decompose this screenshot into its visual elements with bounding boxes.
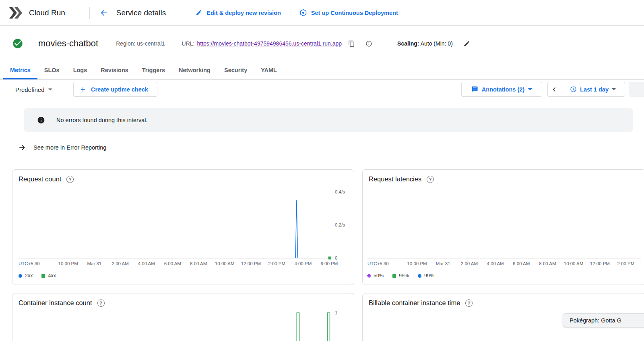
banner-message: No errors found during this interval. <box>56 117 147 123</box>
error-reporting-label: See more in Error Reporting <box>33 144 106 151</box>
tab-metrics[interactable]: Metrics <box>3 61 37 79</box>
url-label: URL: <box>182 40 195 47</box>
x-tick-label: 6:00 PM <box>320 261 338 266</box>
annotations-icon <box>471 86 478 93</box>
info-filled-icon <box>37 116 45 124</box>
error-reporting-link[interactable]: See more in Error Reporting <box>18 142 106 153</box>
x-tick-label: 12:00 PM <box>590 261 610 266</box>
edit-deploy-label: Edit & deploy new revision <box>206 10 281 16</box>
service-url-group: URL: https://movies-chatbot-497594986456… <box>182 40 342 47</box>
toolbar-overflow-button[interactable] <box>629 82 644 97</box>
chevron-left-icon <box>550 85 559 94</box>
deploy-icon <box>299 9 307 17</box>
chart-title: Billable container instance time <box>369 299 460 307</box>
setup-continuous-deployment-button[interactable]: Set up Continuous Deployment <box>299 9 398 17</box>
metrics-toolbar: Predefined Create uptime check Annotatio… <box>0 80 644 99</box>
tab-networking[interactable]: Networking <box>172 61 217 79</box>
legend-item-99: 99% <box>418 273 434 279</box>
service-name: movies-chatbot <box>38 38 98 49</box>
tab-revisions[interactable]: Revisions <box>94 61 135 79</box>
arrow-right-icon <box>18 143 26 152</box>
x-tick-label: 2:00 PM <box>617 261 634 266</box>
help-icon[interactable]: ? <box>465 299 473 307</box>
legend-swatch <box>418 274 421 278</box>
x-tick-label: 12:00 PM <box>241 261 261 266</box>
x-tick-label: 6:00 AM <box>513 261 530 266</box>
y-tick-label: 1 <box>335 310 337 315</box>
service-region: Region: us-central1 <box>116 40 165 47</box>
x-tick-label: Mar 31 <box>436 261 450 266</box>
service-header: movies-chatbot Region: us-central1 URL: … <box>0 26 644 61</box>
chart-title: Container instance count <box>19 299 92 307</box>
chart-plot-area <box>367 192 641 258</box>
predefined-label: Predefined <box>15 86 45 93</box>
predefined-dropdown[interactable]: Predefined <box>15 86 52 93</box>
cloud-run-logo-icon <box>9 7 23 19</box>
x-tick-label: 2:00 AM <box>461 261 478 266</box>
chart-legend: 50%95%99% <box>367 273 434 279</box>
time-range-dropdown[interactable]: Last 1 day <box>561 82 625 96</box>
chart-x-axis: UTC+5:3010:00 PMMar 312:00 AM4:00 AM6:00… <box>19 261 330 267</box>
copy-url-button[interactable] <box>348 40 355 47</box>
scaling-label: Scaling: <box>397 40 419 47</box>
tab-yaml[interactable]: YAML <box>254 61 284 79</box>
legend-swatch <box>367 273 371 278</box>
tab-security[interactable]: Security <box>217 61 254 79</box>
pokegraph-toast: Pokégraph: Gotta G <box>563 313 644 327</box>
legend-label: 2xx <box>25 273 33 279</box>
service-url-link[interactable]: https://movies-chatbot-497594986456.us-c… <box>197 40 342 47</box>
divider <box>89 7 90 19</box>
legend-item-4xx: 4xx <box>41 273 56 279</box>
series-lines <box>19 192 330 258</box>
create-uptime-check-label: Create uptime check <box>91 86 148 93</box>
time-range-control: Last 1 day <box>547 82 625 97</box>
pencil-icon <box>196 9 202 16</box>
legend-item-2xx: 2xx <box>19 273 33 279</box>
create-uptime-check-button[interactable]: Create uptime check <box>73 82 157 97</box>
tab-logs[interactable]: Logs <box>66 61 94 79</box>
legend-label: 95% <box>399 273 409 279</box>
info-icon <box>365 40 372 47</box>
chevron-down-icon <box>612 88 616 90</box>
copy-icon <box>348 40 355 47</box>
app-name[interactable]: Cloud Run <box>29 8 65 17</box>
chart-x-axis: UTC+5:3010:00 PMMar 312:00 AM4:00 AM6:00… <box>367 261 641 267</box>
legend-swatch <box>392 274 396 278</box>
4xx-marker <box>328 257 331 260</box>
request-count-card: Request count ? 0.4/s0.2/s0 UTC+5:3010:0… <box>12 169 354 285</box>
y-tick-label: 0 <box>335 256 337 260</box>
scaling-info: Scaling: Auto (Min: 0) <box>397 40 453 47</box>
chart-y-axis: 1 <box>335 313 355 341</box>
annotations-dropdown[interactable]: Annotations (2) <box>461 82 542 97</box>
x-tick-label: UTC+5:30 <box>19 261 40 266</box>
y-tick-label: 0.2/s <box>335 222 345 227</box>
help-icon[interactable]: ? <box>66 176 74 183</box>
tab-triggers[interactable]: Triggers <box>135 61 172 79</box>
x-tick-label: Mar 31 <box>87 261 101 266</box>
pencil-icon <box>463 40 470 47</box>
help-icon[interactable]: ? <box>97 299 105 307</box>
tab-slos[interactable]: SLOs <box>37 61 66 79</box>
edit-scaling-button[interactable] <box>463 40 470 47</box>
x-tick-label: 8:00 AM <box>190 261 207 266</box>
legend-item-50: 50% <box>367 273 384 279</box>
x-tick-label: 8:00 AM <box>539 261 556 266</box>
series-lines <box>19 313 330 341</box>
edit-deploy-button[interactable]: Edit & deploy new revision <box>196 9 281 16</box>
help-icon[interactable]: ? <box>427 176 434 183</box>
url-info-button[interactable] <box>365 40 372 47</box>
container-instance-count-card: Container instance count ? 1 <box>12 293 354 341</box>
legend-label: 4xx <box>48 273 56 279</box>
previous-time-button[interactable] <box>548 82 561 96</box>
chevron-down-icon <box>528 88 532 90</box>
scaling-value: Auto (Min: 0) <box>421 40 453 47</box>
legend-swatch <box>41 274 45 278</box>
legend-item-95: 95% <box>392 273 409 279</box>
toast-text: Pokégraph: Gotta G <box>570 317 621 324</box>
legend-label: 50% <box>374 273 384 279</box>
x-tick-label: 4:00 AM <box>138 261 155 266</box>
annotations-label: Annotations (2) <box>482 86 524 93</box>
request-latencies-card: Request latencies ? UTC+5:3010:00 PMMar … <box>362 169 644 285</box>
time-range-label: Last 1 day <box>580 86 609 93</box>
back-button[interactable] <box>99 8 109 18</box>
